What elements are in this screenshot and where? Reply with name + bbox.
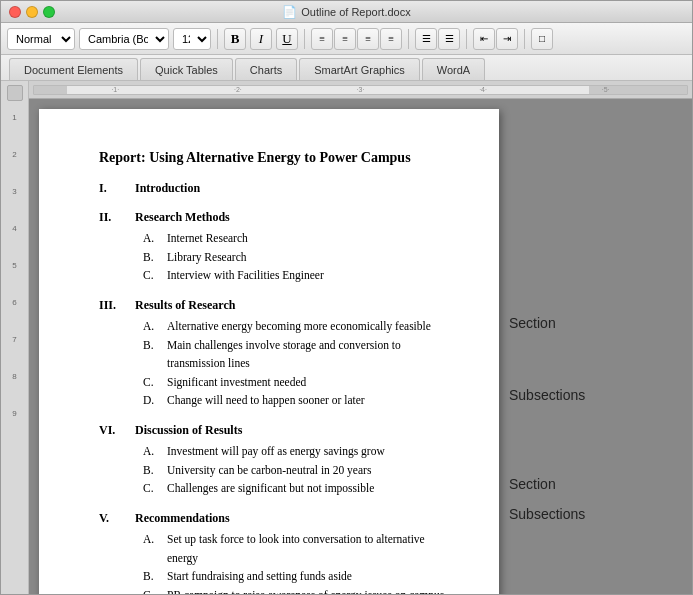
- annotation-section-1: Section: [509, 314, 589, 334]
- left-panel: 1 2 3 4 5 6 7 8 9: [1, 81, 29, 594]
- toolbar-divider-2: [304, 29, 305, 49]
- section-discussion: VI. Discussion of Results: [99, 423, 449, 438]
- align-right-button[interactable]: ≡: [357, 28, 379, 50]
- tab-smartart[interactable]: SmartArt Graphics: [299, 58, 419, 80]
- toolbar-divider-3: [408, 29, 409, 49]
- font-size-select[interactable]: 12: [173, 28, 211, 50]
- section-heading-3: Results of Research: [135, 298, 235, 313]
- annotations-panel: Section Subsections Section Subsections: [509, 109, 589, 584]
- indent-group: ⇤ ⇥: [473, 28, 518, 50]
- section-num-5: V.: [99, 511, 127, 526]
- section-heading-2: Research Methods: [135, 210, 230, 225]
- list-item: D. Change will need to happen sooner or …: [143, 391, 449, 409]
- list-item: C. PR campaign to raise awareness of ene…: [143, 586, 449, 594]
- more-button[interactable]: □: [531, 28, 553, 50]
- alignment-group: ≡ ≡ ≡ ≡: [311, 28, 402, 50]
- list-group: ☰ ☰: [415, 28, 460, 50]
- list-item: C. Interview with Facilities Engineer: [143, 266, 449, 284]
- list-item: C. Significant investment needed: [143, 373, 449, 391]
- section-heading-5: Recommendations: [135, 511, 230, 526]
- document-title: Report: Using Alternative Energy to Powe…: [99, 149, 449, 167]
- ribbon: Document Elements Quick Tables Charts Sm…: [1, 55, 692, 81]
- align-justify-button[interactable]: ≡: [380, 28, 402, 50]
- align-center-button[interactable]: ≡: [334, 28, 356, 50]
- maximize-button[interactable]: [43, 6, 55, 18]
- section-heading-4: Discussion of Results: [135, 423, 242, 438]
- list-item: A. Set up task force to look into conver…: [143, 530, 449, 567]
- section-recommendations: V. Recommendations: [99, 511, 449, 526]
- list-item: A. Internet Research: [143, 229, 449, 247]
- italic-button[interactable]: I: [250, 28, 272, 50]
- section-heading-1: Introduction: [135, 181, 200, 196]
- underline-button[interactable]: U: [276, 28, 298, 50]
- minimize-button[interactable]: [26, 6, 38, 18]
- bullet-list-button[interactable]: ☰: [415, 28, 437, 50]
- section-num-4: VI.: [99, 423, 127, 438]
- annotation-section-2: Section: [509, 475, 589, 495]
- list-item: A. Investment will pay off as energy sav…: [143, 442, 449, 460]
- list-item: A. Alternative energy becoming more econ…: [143, 317, 449, 335]
- style-select[interactable]: Normal: [7, 28, 75, 50]
- bold-button[interactable]: B: [224, 28, 246, 50]
- toolbar-divider-4: [466, 29, 467, 49]
- section-research-methods: II. Research Methods: [99, 210, 449, 225]
- list-item: C. Challenges are significant but not im…: [143, 479, 449, 497]
- list-item: B. University can be carbon-neutral in 2…: [143, 461, 449, 479]
- ruler-bar: ·1· ·2· ·3· ·4· ·5·: [33, 85, 688, 95]
- annotation-subsections-2: Subsections: [509, 505, 589, 525]
- page-numbers: 1 2 3 4 5 6 7 8 9: [12, 113, 16, 418]
- section-num-2: II.: [99, 210, 127, 225]
- scroll-content[interactable]: Report: Using Alternative Energy to Powe…: [29, 99, 692, 594]
- app-window: 📄 Outline of Report.docx Normal Cambria …: [0, 0, 693, 595]
- tab-quick-tables[interactable]: Quick Tables: [140, 58, 233, 80]
- align-left-button[interactable]: ≡: [311, 28, 333, 50]
- ruler-icon: [7, 85, 23, 101]
- toolbar: Normal Cambria (Bo... 12 B I U ≡ ≡ ≡ ≡ ☰…: [1, 23, 692, 55]
- tab-worda[interactable]: WordA: [422, 58, 485, 80]
- tab-document-elements[interactable]: Document Elements: [9, 58, 138, 80]
- list-item: B. Start fundraising and setting funds a…: [143, 567, 449, 585]
- numbered-list-button[interactable]: ☰: [438, 28, 460, 50]
- horizontal-ruler: ·1· ·2· ·3· ·4· ·5·: [29, 81, 692, 99]
- document-icon: 📄: [282, 5, 297, 19]
- window-title: 📄 Outline of Report.docx: [282, 5, 410, 19]
- section-num-3: III.: [99, 298, 127, 313]
- main-scroll[interactable]: ·1· ·2· ·3· ·4· ·5· Report: Using Altern…: [29, 81, 692, 594]
- increase-indent-button[interactable]: ⇥: [496, 28, 518, 50]
- close-button[interactable]: [9, 6, 21, 18]
- section-results: III. Results of Research: [99, 298, 449, 313]
- annotation-subsections-1: Subsections: [509, 386, 589, 406]
- toolbar-divider-1: [217, 29, 218, 49]
- document-area: 1 2 3 4 5 6 7 8 9 ·1· ·2· ·3·: [1, 81, 692, 594]
- title-bar: 📄 Outline of Report.docx: [1, 1, 692, 23]
- section-num-1: I.: [99, 181, 127, 196]
- list-item: B. Library Research: [143, 248, 449, 266]
- section-introduction: I. Introduction: [99, 181, 449, 196]
- font-select[interactable]: Cambria (Bo...: [79, 28, 169, 50]
- document-page: Report: Using Alternative Energy to Powe…: [39, 109, 499, 594]
- list-item: B. Main challenges involve storage and c…: [143, 336, 449, 373]
- tab-charts[interactable]: Charts: [235, 58, 297, 80]
- traffic-lights: [9, 6, 55, 18]
- toolbar-divider-5: [524, 29, 525, 49]
- decrease-indent-button[interactable]: ⇤: [473, 28, 495, 50]
